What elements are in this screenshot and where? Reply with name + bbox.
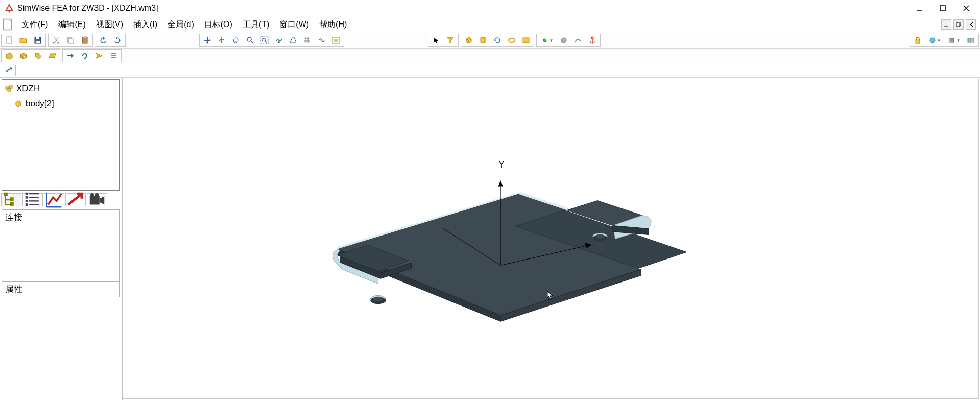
pan-button[interactable] xyxy=(201,35,214,46)
menu-tools[interactable]: 工具(T) xyxy=(237,17,274,32)
panel-properties-header[interactable]: 属性 xyxy=(2,281,120,297)
tree-root[interactable]: XDZH xyxy=(5,82,116,97)
circular-button[interactable] xyxy=(78,50,91,61)
zoom-button[interactable] xyxy=(244,35,257,46)
menu-file[interactable]: 文件(F) xyxy=(16,17,53,32)
svg-rect-67 xyxy=(10,202,14,206)
menu-bar: 文件(F) 编辑(E) 视图(V) 插入(I) 全局(d) 目标(O) 工具(T… xyxy=(0,16,980,33)
svg-rect-41 xyxy=(334,39,338,42)
svg-line-58 xyxy=(6,68,11,72)
sphere-button[interactable] xyxy=(557,35,570,46)
tab-tree[interactable] xyxy=(1,193,21,206)
mdi-controls xyxy=(941,19,978,30)
panel-connect-header[interactable]: 连接 xyxy=(2,209,120,225)
orbit-button[interactable] xyxy=(229,35,243,46)
redo-button[interactable] xyxy=(111,35,124,46)
arrow-select-button[interactable] xyxy=(429,35,443,46)
copy-button[interactable] xyxy=(64,35,77,46)
menu-target[interactable]: 目标(O) xyxy=(199,17,237,32)
svg-rect-53 xyxy=(968,39,971,42)
result-dropdown[interactable]: ▼ xyxy=(945,35,963,46)
doc-icon xyxy=(2,18,14,31)
body-icon xyxy=(14,100,22,108)
new-button[interactable] xyxy=(3,35,16,46)
curve-button[interactable] xyxy=(571,35,585,46)
tab-force[interactable] xyxy=(65,193,86,206)
grid-button[interactable] xyxy=(301,35,314,46)
svg-point-50 xyxy=(930,38,935,43)
filter-button[interactable] xyxy=(444,35,457,46)
nav-arrow-button[interactable] xyxy=(3,65,16,76)
close-button[interactable] xyxy=(954,1,978,15)
send-button[interactable] xyxy=(92,50,106,61)
svg-line-27 xyxy=(251,41,253,43)
cylinder-button[interactable] xyxy=(476,35,490,46)
tab-list[interactable] xyxy=(22,193,43,206)
perspective-button[interactable] xyxy=(286,35,300,46)
mesh-lock-button[interactable] xyxy=(911,35,924,46)
menu-edit[interactable]: 编辑(E) xyxy=(53,17,90,32)
cut-button[interactable] xyxy=(50,35,63,46)
menu-view[interactable]: 视图(V) xyxy=(91,17,128,32)
paste-button[interactable] xyxy=(78,35,91,46)
solid-side-button[interactable] xyxy=(31,50,44,61)
torus-button[interactable] xyxy=(505,35,518,46)
wireframe-button[interactable] xyxy=(315,35,328,46)
main-area: XDZH body[2] 连接 属性 xyxy=(0,78,980,400)
menu-global[interactable]: 全局(d) xyxy=(162,17,199,32)
solve-button[interactable] xyxy=(964,35,977,46)
tab-camera[interactable] xyxy=(87,193,107,206)
svg-point-96 xyxy=(373,297,383,301)
mdi-restore-button[interactable] xyxy=(953,19,964,30)
tree-tabs xyxy=(0,192,122,207)
box-button[interactable] xyxy=(462,35,475,46)
svg-rect-72 xyxy=(26,193,28,195)
viewport[interactable]: Y xyxy=(123,79,979,399)
title-bar: SimWise FEA for ZW3D - [XDZH.wm3] xyxy=(0,0,980,16)
model-3d: Y xyxy=(123,79,978,398)
svg-rect-75 xyxy=(26,203,28,206)
rotate-z-button[interactable] xyxy=(215,35,228,46)
zoom-window-button[interactable] xyxy=(258,35,271,46)
shade-button[interactable] xyxy=(272,35,285,46)
fitview-button[interactable] xyxy=(329,35,343,46)
solid-top-button[interactable] xyxy=(45,50,59,61)
solid-iso-button[interactable] xyxy=(17,50,30,61)
refresh-button[interactable] xyxy=(491,35,504,46)
svg-rect-65 xyxy=(10,197,14,201)
open-button[interactable] xyxy=(17,35,30,46)
toolbar-row-2 xyxy=(0,48,980,63)
mdi-minimize-button[interactable] xyxy=(941,19,951,30)
mesh-dropdown[interactable]: ▼ xyxy=(925,35,944,46)
anchor-button[interactable] xyxy=(586,35,599,46)
svg-rect-74 xyxy=(26,200,28,202)
menu-help[interactable]: 帮助(H) xyxy=(314,17,352,32)
save-button[interactable] xyxy=(31,35,44,46)
undo-button[interactable] xyxy=(97,35,110,46)
svg-rect-51 xyxy=(950,38,954,42)
tree-body[interactable]: body[2] xyxy=(5,97,116,111)
minimize-button[interactable] xyxy=(907,1,931,15)
point-button[interactable]: ▼ xyxy=(538,35,556,46)
tab-chart[interactable] xyxy=(44,193,64,206)
menu-insert[interactable]: 插入(I) xyxy=(128,17,162,32)
menu-window[interactable]: 窗口(W) xyxy=(274,17,314,32)
toolbar-row-3 xyxy=(0,63,980,78)
app-icon xyxy=(4,3,14,13)
svg-rect-61 xyxy=(8,89,11,91)
svg-rect-44 xyxy=(523,38,529,43)
svg-rect-22 xyxy=(83,37,86,38)
maximize-button[interactable] xyxy=(931,1,954,15)
solid-front-button[interactable] xyxy=(3,50,16,61)
svg-point-0 xyxy=(9,11,10,12)
svg-line-33 xyxy=(294,38,296,42)
svg-point-26 xyxy=(247,37,251,41)
toolbar-row-1: ▼ ▼ ▼ xyxy=(0,33,980,48)
svg-rect-62 xyxy=(4,193,8,196)
arrow-right-button[interactable] xyxy=(64,50,77,61)
list-button[interactable] xyxy=(107,50,120,61)
svg-point-79 xyxy=(90,193,94,197)
model-tree[interactable]: XDZH body[2] xyxy=(2,79,120,191)
mdi-close-button[interactable] xyxy=(966,19,976,30)
sheet-button[interactable] xyxy=(519,35,533,46)
